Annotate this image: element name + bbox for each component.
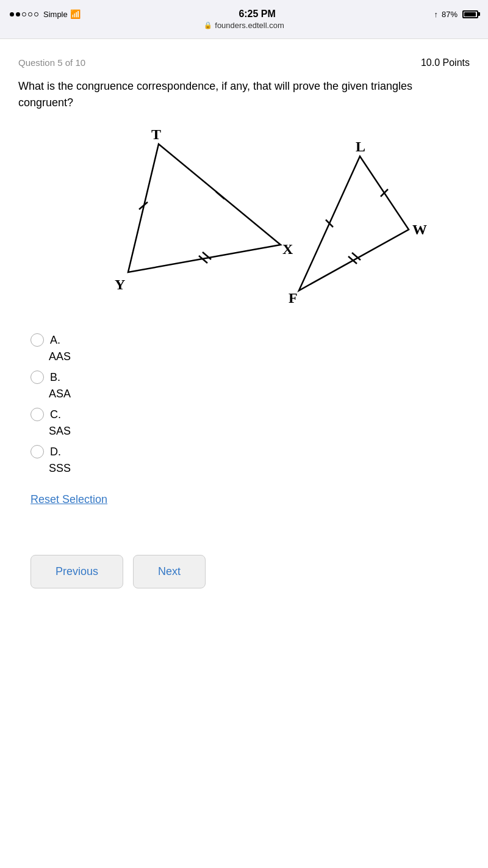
- status-bar: Simple 📶 6:25 PM ↑ 87% 🔒 founders.edtell…: [0, 0, 488, 39]
- svg-text:W: W: [412, 222, 427, 237]
- previous-button[interactable]: Previous: [30, 555, 123, 588]
- lock-icon: 🔒: [204, 21, 212, 29]
- radio-d[interactable]: [30, 445, 44, 458]
- signal-icon: [10, 12, 38, 16]
- question-meta: Question 5 of 10 10.0 Points: [18, 57, 470, 68]
- options-container: A. AAS B. ASA C. SAS D. SSS: [18, 333, 470, 475]
- reset-selection-link[interactable]: Reset Selection: [30, 493, 107, 506]
- option-a-answer: AAS: [49, 350, 470, 363]
- url-bar: 🔒 founders.edtell.com: [204, 21, 284, 30]
- svg-text:X: X: [282, 241, 293, 257]
- carrier-name: Simple: [43, 10, 68, 19]
- main-content: Question 5 of 10 10.0 Points What is the…: [0, 39, 488, 619]
- radio-c[interactable]: [30, 408, 44, 421]
- option-d-label: D.: [50, 446, 61, 458]
- svg-text:L: L: [356, 139, 365, 154]
- option-b-label: B.: [50, 371, 60, 384]
- triangle-diagram: T Y X L F W: [18, 126, 470, 315]
- option-a-label: A.: [50, 334, 60, 347]
- location-icon: ↑: [434, 10, 438, 19]
- wifi-icon: 📶: [70, 9, 81, 19]
- status-right: ↑ 87%: [434, 10, 478, 19]
- svg-line-5: [216, 192, 224, 199]
- triangles-svg: T Y X L F W: [61, 126, 427, 315]
- radio-a[interactable]: [30, 333, 44, 347]
- option-b-answer: ASA: [49, 388, 470, 400]
- svg-marker-8: [299, 156, 409, 291]
- svg-text:F: F: [289, 290, 298, 306]
- question-text: What is the congruence correspondence, i…: [18, 78, 470, 111]
- nav-buttons: Previous Next: [18, 543, 470, 601]
- status-time: 6:25 PM: [239, 9, 275, 20]
- question-number: Question 5 of 10: [18, 57, 85, 68]
- radio-b[interactable]: [30, 371, 44, 384]
- option-b[interactable]: B. ASA: [30, 371, 470, 400]
- battery-icon: [462, 10, 478, 18]
- url-text: founders.edtell.com: [215, 21, 284, 30]
- next-button[interactable]: Next: [133, 555, 206, 588]
- svg-text:T: T: [151, 126, 161, 142]
- option-a[interactable]: A. AAS: [30, 333, 470, 363]
- option-d[interactable]: D. SSS: [30, 445, 470, 475]
- option-d-answer: SSS: [49, 462, 470, 475]
- status-left: Simple 📶: [10, 9, 81, 19]
- option-c-answer: SAS: [49, 425, 470, 438]
- option-c[interactable]: C. SAS: [30, 408, 470, 438]
- option-c-label: C.: [50, 408, 61, 421]
- question-points: 10.0 Points: [421, 57, 470, 68]
- battery-percent: 87%: [442, 10, 458, 19]
- svg-text:Y: Y: [115, 277, 125, 292]
- svg-line-12: [326, 220, 333, 227]
